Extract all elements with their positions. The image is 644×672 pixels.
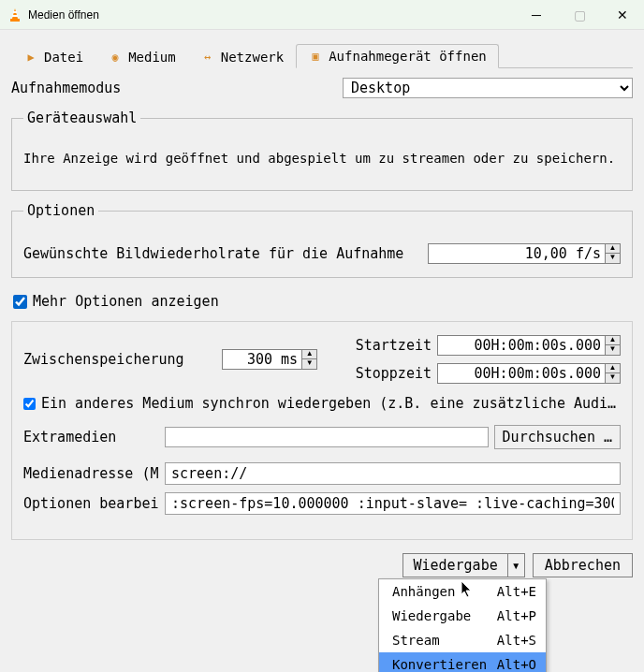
minimize-button[interactable]: ─ (515, 0, 558, 30)
start-time-spinner[interactable]: ▲▼ (606, 335, 621, 356)
svg-rect-3 (12, 15, 18, 17)
tab-label: Medium (128, 50, 176, 65)
sync-play-label: Ein anderes Medium synchron wiedergeben … (41, 395, 621, 412)
window-title: Medien öffnen (28, 8, 99, 22)
tab-capture-device[interactable]: ▣ Aufnahmegerät öffnen (296, 44, 499, 68)
window-controls: ─ ▢ ✕ (515, 0, 644, 30)
maximize-button[interactable]: ▢ (558, 0, 601, 30)
device-selection-group: Geräteauswahl Ihre Anzeige wird geöffnet… (11, 110, 633, 191)
caching-input[interactable] (222, 349, 302, 370)
more-options-panel: Zwischenspeicherung ▲▼ Startzeit ▲▼ Stop… (11, 321, 633, 540)
cancel-button[interactable]: Abbrechen (533, 553, 633, 577)
mrl-label: Medienadresse (MRL) (23, 465, 159, 482)
extra-media-label: Extramedien (23, 429, 159, 446)
svg-rect-2 (13, 11, 17, 13)
tab-label: Datei (44, 50, 83, 65)
show-more-options-label: Mehr Optionen anzeigen (33, 293, 219, 310)
stop-time-label: Stoppzeit (356, 365, 432, 382)
extra-media-input[interactable] (165, 427, 489, 447)
tab-network[interactable]: ↔ Netzwerk (188, 44, 296, 68)
tab-label: Netzwerk (221, 50, 284, 65)
edit-options-label: Optionen bearbeiten (23, 495, 159, 512)
caching-label: Zwischenspeicherung (23, 351, 184, 368)
device-info-text: Ihre Anzeige wird geöffnet und abgespiel… (23, 126, 621, 177)
capture-mode-select[interactable]: Desktop (343, 78, 633, 98)
dropdown-item-stream[interactable]: StreamAlt+S (379, 628, 546, 652)
tab-disc[interactable]: ◉ Medium (95, 44, 188, 68)
capture-options-group: Optionen Gewünschte Bildwiederholrate fü… (11, 202, 633, 278)
file-icon: ▶ (23, 50, 38, 65)
play-button-label: Wiedergabe (403, 557, 506, 574)
start-time-input[interactable] (437, 335, 606, 356)
play-split-button[interactable]: Wiedergabe ▼ (402, 553, 524, 577)
sync-play-checkbox[interactable] (23, 398, 36, 410)
fps-spinner[interactable]: ▲▼ (606, 243, 621, 264)
capture-icon: ▣ (308, 49, 323, 64)
capture-mode-label: Aufnahmemodus (11, 80, 121, 96)
svg-rect-1 (10, 19, 20, 22)
fps-input[interactable] (428, 243, 606, 264)
network-icon: ↔ (200, 50, 215, 65)
start-time-label: Startzeit (356, 337, 432, 354)
close-button[interactable]: ✕ (601, 0, 644, 30)
dropdown-item-convert[interactable]: KonvertierenAlt+O (379, 652, 546, 672)
svg-marker-0 (12, 8, 18, 19)
disc-icon: ◉ (108, 50, 123, 65)
stop-time-spinner[interactable]: ▲▼ (606, 363, 621, 384)
stop-time-input[interactable] (437, 363, 606, 384)
show-more-options-checkbox[interactable] (13, 295, 27, 309)
capture-options-legend: Optionen (23, 202, 98, 219)
vlc-icon (7, 7, 22, 22)
dropdown-item-play[interactable]: WiedergabeAlt+P (379, 604, 546, 628)
titlebar: Medien öffnen ─ ▢ ✕ (0, 0, 644, 30)
tab-bar: ▶ Datei ◉ Medium ↔ Netzwerk ▣ Aufnahmege… (11, 43, 633, 68)
play-dropdown-menu: AnhängenAlt+E WiedergabeAlt+P StreamAlt+… (378, 578, 547, 672)
tab-label: Aufnahmegerät öffnen (329, 49, 487, 64)
play-dropdown-arrow[interactable]: ▼ (507, 554, 524, 577)
cursor-icon (461, 581, 475, 598)
edit-options-input[interactable] (165, 492, 621, 515)
fps-label: Gewünschte Bildwiederholrate für die Auf… (23, 245, 403, 262)
tab-file[interactable]: ▶ Datei (11, 44, 95, 68)
caching-spinner[interactable]: ▲▼ (302, 349, 317, 370)
device-selection-legend: Geräteauswahl (23, 110, 140, 126)
browse-button[interactable]: Durchsuchen … (494, 425, 621, 449)
mrl-input[interactable] (165, 462, 621, 485)
